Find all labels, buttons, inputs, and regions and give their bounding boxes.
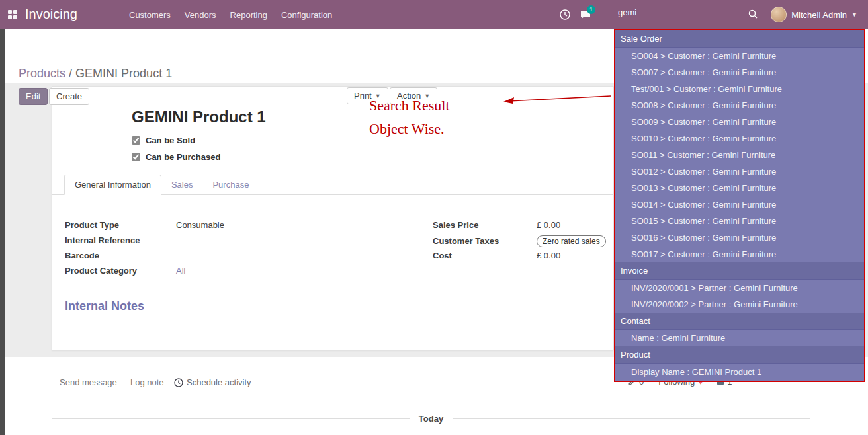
- user-menu[interactable]: Mitchell Admin ▼: [771, 0, 857, 29]
- product-type-label: Product Type: [65, 220, 176, 230]
- internal-reference-label: Internal Reference: [65, 235, 176, 245]
- activities-clock-icon[interactable]: [559, 9, 571, 20]
- cost-value: £ 0.00: [537, 251, 560, 260]
- menu-vendors[interactable]: Vendors: [185, 10, 216, 20]
- search-result-item[interactable]: SO011 > Customer : Gemini Furniture: [615, 147, 864, 163]
- menu-customers[interactable]: Customers: [129, 10, 171, 20]
- messages-icon[interactable]: 1: [580, 9, 591, 20]
- tab-general-information[interactable]: General Information: [64, 175, 161, 195]
- top-navbar: Invoicing Customers Vendors Reporting Co…: [0, 0, 868, 29]
- field-row: Product Type Consumable: [65, 220, 224, 232]
- search-results-dropdown: Sale Order SO004 > Customer : Gemini Fur…: [614, 29, 865, 382]
- apps-grid-icon[interactable]: [8, 10, 17, 19]
- user-avatar: [771, 7, 787, 22]
- search-result-item[interactable]: SO010 > Customer : Gemini Furniture: [615, 130, 864, 147]
- breadcrumb-products[interactable]: Products: [19, 67, 65, 80]
- right-field-group: Sales Price £ 0.00 Customer Taxes Zero r…: [433, 220, 606, 266]
- search-result-item[interactable]: SO013 > Customer : Gemini Furniture: [615, 180, 864, 196]
- field-row: Cost £ 0.00: [433, 251, 606, 262]
- group-header-product: Product: [615, 346, 864, 364]
- today-label: Today: [419, 414, 443, 424]
- field-row: Customer Taxes Zero rated sales: [433, 235, 606, 247]
- annotation-line1: Search Result: [369, 97, 450, 114]
- today-divider: Today: [52, 414, 810, 424]
- sales-price-value: £ 0.00: [537, 220, 560, 230]
- left-field-group: Product Type Consumable Internal Referen…: [65, 220, 224, 281]
- product-category-label: Product Category: [65, 266, 176, 276]
- breadcrumb-separator: /: [69, 67, 72, 80]
- field-row: Product Category All: [65, 266, 224, 278]
- search-result-item[interactable]: SO016 > Customer : Gemini Furniture: [615, 229, 864, 246]
- search-result-item[interactable]: SO009 > Customer : Gemini Furniture: [615, 114, 864, 130]
- search-result-item[interactable]: INV/2020/0001 > Partner : Gemini Furnitu…: [615, 280, 864, 296]
- can-be-purchased-checkbox[interactable]: [132, 153, 140, 161]
- field-row: Sales Price £ 0.00: [433, 220, 606, 232]
- can-be-sold-checkbox[interactable]: [132, 136, 140, 145]
- user-name: Mitchell Admin: [791, 10, 847, 20]
- product-type-value: Consumable: [176, 220, 224, 230]
- annotation-line2: Object Wise.: [369, 120, 445, 138]
- field-row: Internal Reference: [65, 235, 224, 247]
- search-result-item[interactable]: SO014 > Customer : Gemini Furniture: [615, 196, 864, 213]
- divider-line: [52, 418, 410, 419]
- app-title[interactable]: Invoicing: [25, 7, 77, 22]
- edit-button[interactable]: Edit: [19, 88, 48, 105]
- search-result-item[interactable]: SO004 > Customer : Gemini Furniture: [615, 48, 864, 64]
- search-result-item[interactable]: SO012 > Customer : Gemini Furniture: [615, 163, 864, 180]
- search-result-item[interactable]: SO015 > Customer : Gemini Furniture: [615, 213, 864, 229]
- breadcrumb: Products / GEMINI Product 1: [19, 67, 172, 81]
- global-search: [615, 5, 761, 24]
- search-result-item[interactable]: SO007 > Customer : Gemini Furniture: [615, 64, 864, 81]
- group-header-sale-order: Sale Order: [615, 30, 864, 48]
- send-message-link[interactable]: Send message: [60, 377, 117, 387]
- form-tabs: General Information Sales Purchase: [52, 175, 613, 195]
- sales-price-label: Sales Price: [433, 220, 537, 230]
- menu-reporting[interactable]: Reporting: [230, 10, 267, 20]
- can-be-sold-label: Can be Sold: [146, 136, 195, 145]
- group-header-contact: Contact: [615, 313, 864, 330]
- can-be-purchased-label: Can be Purchased: [146, 152, 220, 162]
- messages-badge: 1: [587, 5, 595, 14]
- clock-icon: [174, 378, 183, 387]
- customer-taxes-label: Customer Taxes: [433, 236, 537, 246]
- navbar-menus: Customers Vendors Reporting Configuratio…: [129, 0, 332, 29]
- search-result-item[interactable]: Test/001 > Customer : Gemini Furniture: [615, 81, 864, 97]
- product-form-sheet: GEMINI Product 1 Can be Sold Can be Purc…: [52, 86, 614, 350]
- tab-purchase[interactable]: Purchase: [202, 175, 259, 194]
- field-row: Barcode: [65, 251, 224, 262]
- tab-sales[interactable]: Sales: [161, 175, 203, 194]
- search-result-item[interactable]: SO008 > Customer : Gemini Furniture: [615, 97, 864, 114]
- window-edge: [0, 29, 5, 435]
- search-result-item[interactable]: Name : Gemini Furniture: [615, 330, 864, 346]
- search-result-item[interactable]: Display Name : GEMINI Product 1: [615, 364, 864, 380]
- search-result-item[interactable]: SO017 > Customer : Gemini Furniture: [615, 246, 864, 262]
- can-be-purchased-row: Can be Purchased: [132, 152, 220, 162]
- create-button[interactable]: Create: [49, 88, 89, 105]
- product-category-value[interactable]: All: [176, 266, 185, 276]
- search-icon[interactable]: [748, 9, 758, 19]
- can-be-sold-row: Can be Sold: [132, 136, 195, 145]
- group-header-invoice: Invoice: [615, 262, 864, 280]
- barcode-label: Barcode: [65, 251, 176, 260]
- customer-taxes-badge: Zero rated sales: [537, 235, 606, 247]
- annotation-arrow: [498, 92, 614, 108]
- schedule-activity-label: Schedule activity: [187, 377, 251, 387]
- internal-notes-heading: Internal Notes: [65, 299, 144, 313]
- log-note-link[interactable]: Log note: [130, 377, 164, 387]
- schedule-activity-link[interactable]: Schedule activity: [174, 377, 251, 387]
- breadcrumb-current: GEMINI Product 1: [75, 67, 172, 80]
- cost-label: Cost: [433, 251, 537, 260]
- search-result-item[interactable]: INV/2020/0002 > Partner : Gemini Furnitu…: [615, 296, 864, 313]
- menu-configuration[interactable]: Configuration: [281, 10, 332, 20]
- chevron-down-icon: ▼: [851, 11, 857, 18]
- search-input[interactable]: [615, 5, 761, 22]
- divider-line: [453, 418, 810, 419]
- product-title: GEMINI Product 1: [132, 108, 266, 126]
